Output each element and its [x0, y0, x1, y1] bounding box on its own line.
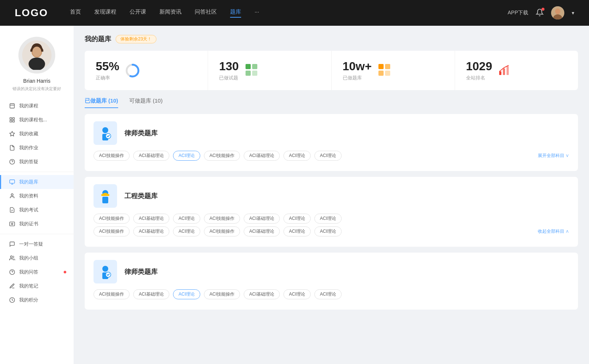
sidebar-item-favorites[interactable]: 我的收藏	[0, 127, 74, 141]
tag[interactable]: ACI技能操作	[94, 289, 130, 299]
nav-item-qbank[interactable]: 题库	[230, 8, 241, 18]
qbank-icon-engineer	[94, 184, 117, 208]
tag[interactable]: ACI基础理论	[133, 226, 169, 236]
svg-point-47	[102, 266, 108, 272]
tag[interactable]: ACI基础理论	[133, 151, 169, 161]
collapse-btn-2[interactable]: 收起全部科目 ∧	[538, 228, 569, 235]
svg-rect-16	[10, 180, 14, 183]
main-content: 我的题库 体验剩余23天！ 55% 正确率	[74, 26, 589, 364]
tag-active[interactable]: ACI理论	[173, 289, 200, 299]
tag[interactable]: ACI基础理论	[133, 289, 169, 299]
bell-icon[interactable]	[536, 8, 544, 18]
tag[interactable]: ACI技能操作	[204, 226, 240, 236]
exam-icon	[9, 207, 15, 213]
tag[interactable]: ACI基础理论	[244, 289, 280, 299]
tab-done[interactable]: 已做题库 (10)	[85, 97, 118, 108]
cert-icon	[9, 221, 15, 227]
sidebar-item-course[interactable]: 我的课程	[0, 99, 74, 113]
tag[interactable]: ACI技能操作	[204, 214, 240, 224]
nav-item-discover[interactable]: 发现课程	[94, 8, 116, 18]
tag[interactable]: ACI理论	[283, 151, 311, 161]
tags-row-1: ACI技能操作 ACI基础理论 ACI理论 ACI技能操作 ACI基础理论 AC…	[94, 151, 569, 161]
sidebar-item-label: 我的问答	[19, 269, 38, 275]
nav-item-open[interactable]: 公开课	[130, 8, 146, 18]
profile-icon	[9, 193, 15, 199]
expand-btn-1[interactable]: 展开全部科目 ∨	[538, 153, 569, 159]
stat-label-questions: 已做试题	[219, 75, 239, 81]
sidebar-item-myqa[interactable]: 我的问答	[0, 265, 74, 279]
sidebar-item-cert[interactable]: 我的证书	[0, 217, 74, 231]
avatar[interactable]	[551, 6, 564, 19]
tag[interactable]: ACI基础理论	[244, 151, 280, 161]
stat-label-accuracy: 正确率	[96, 75, 119, 81]
notes-icon	[9, 283, 15, 289]
stat-rank: 1029 全站排名	[455, 51, 578, 90]
qbank-section-1: 律师类题库 ACI技能操作 ACI基础理论 ACI理论 ACI技能操作 ACI基…	[85, 114, 578, 171]
tag[interactable]: ACI理论	[173, 214, 200, 224]
nav-item-qa[interactable]: 问答社区	[195, 8, 217, 18]
nav-item-news[interactable]: 新闻资讯	[159, 8, 181, 18]
svg-rect-36	[378, 71, 384, 76]
tag[interactable]: ACI理论	[283, 289, 311, 299]
sidebar-item-questions[interactable]: 我的答疑	[0, 155, 74, 169]
tag[interactable]: ACI理论	[173, 226, 200, 236]
tag[interactable]: ACI技能操作	[94, 151, 130, 161]
tag[interactable]: ACI基础理论	[133, 214, 169, 224]
sidebar-motto: 错误的决定比没有决定要好	[9, 86, 65, 92]
tag[interactable]: ACI理论	[314, 226, 342, 236]
grid-orange-icon	[378, 63, 392, 78]
svg-rect-10	[13, 118, 14, 119]
sidebar-item-profile[interactable]: 我的资料	[0, 189, 74, 203]
tag[interactable]: ACI理论	[314, 289, 342, 299]
tab-available[interactable]: 可做题库 (10)	[129, 97, 163, 108]
nav-item-home[interactable]: 首页	[70, 8, 81, 18]
page-title: 我的题库	[85, 35, 111, 43]
sidebar-item-exam[interactable]: 我的考试	[0, 203, 74, 217]
app-download-btn[interactable]: APP下载	[508, 10, 528, 16]
svg-rect-9	[10, 118, 12, 119]
sidebar-item-qbank[interactable]: 我的题库	[0, 175, 74, 189]
stat-label-banks: 已做题库	[343, 75, 372, 81]
sidebar-item-1on1[interactable]: 一对一答疑	[0, 237, 74, 251]
svg-point-23	[11, 223, 13, 225]
tag[interactable]: ACI基础理论	[244, 214, 280, 224]
nav-item-more[interactable]: ···	[254, 8, 259, 18]
sidebar-item-label: 我的作业	[19, 144, 38, 151]
svg-rect-38	[499, 71, 501, 75]
tag[interactable]: ACI理论	[283, 214, 311, 224]
tag[interactable]: ACI技能操作	[94, 214, 130, 224]
svg-rect-39	[503, 68, 505, 75]
sidebar-item-notes[interactable]: 我的笔记	[0, 279, 74, 293]
tag[interactable]: ACI基础理论	[244, 226, 280, 236]
qbank-section-3: 律师类题库 ACI技能操作 ACI基础理论 ACI理论 ACI技能操作 ACI基…	[85, 253, 578, 310]
qbank-header-3: 律师类题库	[94, 260, 569, 283]
tag[interactable]: ACI技能操作	[204, 289, 240, 299]
svg-rect-33	[252, 71, 257, 76]
sidebar-item-group[interactable]: 我的小组	[0, 251, 74, 265]
svg-point-19	[11, 194, 13, 196]
tag[interactable]: ACI技能操作	[204, 151, 240, 161]
qbank-title-3: 律师类题库	[124, 267, 158, 276]
tag[interactable]: ACI理论	[283, 226, 311, 236]
homework-icon	[9, 144, 15, 151]
svg-rect-31	[252, 64, 257, 69]
sidebar-item-homework[interactable]: 我的作业	[0, 141, 74, 155]
sidebar-item-course-pkg[interactable]: 我的课程包...	[0, 113, 74, 127]
sidebar-item-label: 我的考试	[19, 207, 38, 213]
divider	[0, 172, 74, 172]
sidebar-item-label: 我的积分	[19, 297, 38, 303]
qbank-icon	[9, 179, 15, 185]
sidebar-item-label: 我的资料	[19, 193, 38, 199]
svg-rect-11	[10, 120, 12, 122]
chevron-down-icon[interactable]: ▾	[572, 10, 574, 16]
tag[interactable]: ACI理论	[314, 151, 342, 161]
trial-badge: 体验剩余23天！	[116, 35, 156, 43]
tag-active[interactable]: ACI理论	[173, 151, 200, 161]
chat-icon	[9, 241, 15, 247]
sidebar-item-points[interactable]: 我的积分	[0, 293, 74, 307]
qbank-title-1: 律师类题库	[124, 129, 158, 138]
tag[interactable]: ACI技能操作	[94, 226, 130, 236]
grid-green-icon	[245, 63, 260, 78]
logo: LOGO	[15, 7, 48, 19]
tag[interactable]: ACI理论	[314, 214, 342, 224]
